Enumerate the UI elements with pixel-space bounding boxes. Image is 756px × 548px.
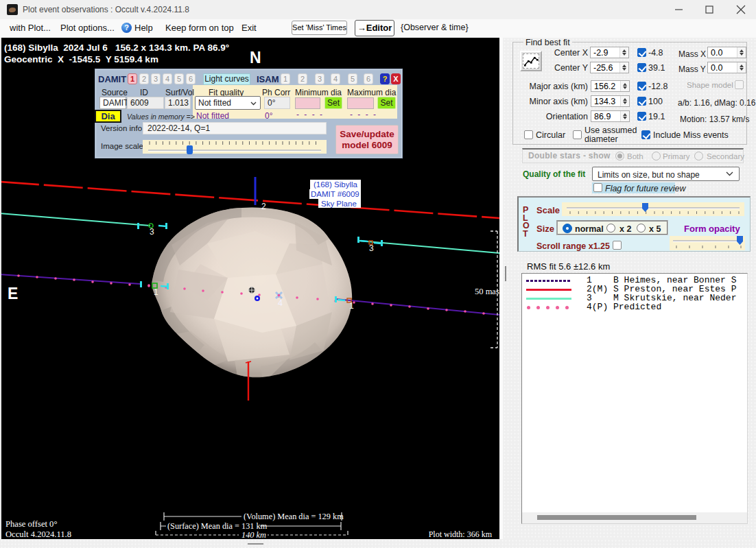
svg-text:1: 1 — [154, 287, 158, 297]
svg-text:E: E — [8, 285, 18, 302]
svg-text:140 km: 140 km — [241, 530, 266, 539]
svg-text:1: 1 — [349, 301, 354, 311]
svg-text:4: 4 — [278, 298, 283, 308]
svg-text:(168) Sibylla: (168) Sibylla — [314, 180, 358, 189]
svg-text:(168) Sibylla 2024 Jul 6 15: (168) Sibylla 2024 Jul 6 156.2 x 134.3 k… — [4, 43, 229, 53]
svg-text:Phase offset 0°: Phase offset 0° — [5, 519, 57, 529]
svg-text:50 mas: 50 mas — [475, 287, 499, 296]
svg-text:(Volume) Mean dia = 129 km: (Volume) Mean dia = 129 km — [244, 512, 344, 521]
svg-text:3: 3 — [150, 227, 154, 237]
svg-text:2: 2 — [261, 202, 266, 211]
svg-text:N: N — [250, 49, 261, 67]
svg-text:DAMIT #6009: DAMIT #6009 — [311, 190, 359, 198]
svg-text:Plot width: 366 km: Plot width: 366 km — [429, 529, 493, 539]
svg-text:Occult 4.2024.11.8: Occult 4.2024.11.8 — [5, 529, 71, 539]
svg-text:3: 3 — [369, 243, 374, 253]
svg-text:Geocentric X -1545.5 Y 5159: Geocentric X -1545.5 Y 5159.4 km — [4, 54, 158, 64]
svg-text:Sky Plane: Sky Plane — [321, 200, 357, 208]
